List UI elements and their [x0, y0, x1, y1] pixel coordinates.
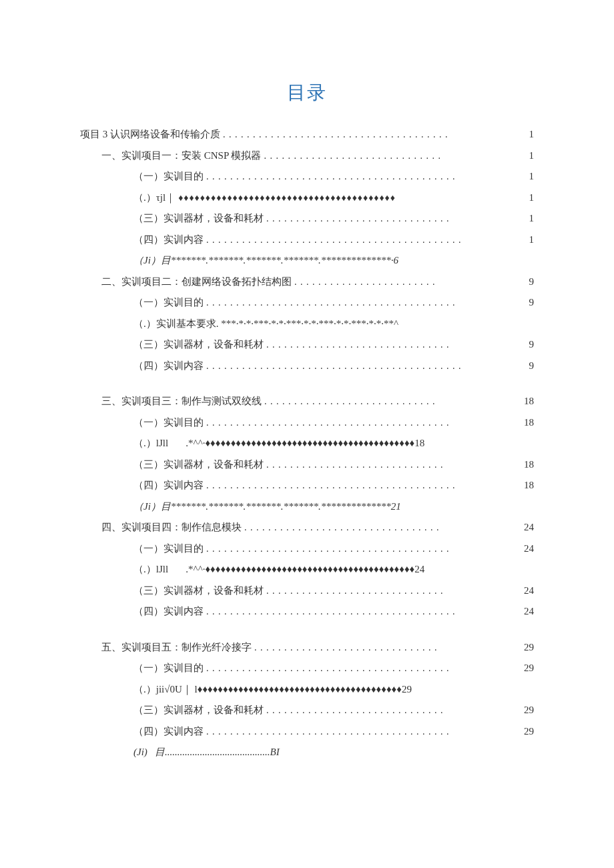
toc-entry-label: 项目 3 认识网络设备和传输介质	[80, 124, 220, 145]
toc-container: 项目 3 认识网络设备和传输介质. . . . . . . . . . . . …	[80, 124, 534, 763]
toc-entry-page: 9	[529, 272, 535, 293]
toc-entry: （一）实训目的. . . . . . . . . . . . . . . . .…	[133, 412, 534, 434]
toc-entry-label: （三）实训器材，设备和耗材	[133, 334, 264, 356]
toc-entry-leader: . . . . . . . . . . . . . . . . . . . . …	[206, 539, 521, 558]
toc-entry-leader: . . . . . . . . . . . . . . . . . . . . …	[223, 125, 527, 144]
toc-entry: （.）τjl｜♦♦♦♦♦♦♦♦♦♦♦♦♦♦♦♦♦♦♦♦♦♦♦♦♦♦♦♦♦♦♦♦♦…	[133, 187, 534, 209]
toc-entry-leader: . . . . . . . . . . . . . . . . . . . . …	[206, 356, 527, 376]
toc-entry-label: （一）实训目的	[133, 538, 204, 560]
toc-entry-label: （四）实训内容	[133, 230, 204, 251]
toc-entry-label: 四、实训项目四：制作信息模块	[101, 517, 242, 538]
toc-entry-label: （三）实训器材，设备和耗材	[133, 580, 264, 602]
toc-entry-leader: . . . . . . . . . . . . . . . . . . . . …	[206, 413, 521, 432]
toc-entry-leader: . . . . . . . . . . . . . . . . . . . . …	[206, 476, 521, 495]
toc-entry-leader: . . . . . . . . . . . . . . . . . . . . …	[206, 602, 521, 621]
toc-entry: （三）实训器材，设备和耗材. . . . . . . . . . . . . .…	[133, 454, 534, 476]
toc-entry-label: （一）实训目的	[133, 166, 204, 187]
toc-entry-page: 18	[524, 454, 534, 476]
toc-entry-page: 9	[529, 334, 535, 356]
toc-entry-page: 1	[529, 145, 535, 167]
toc-entry-raw: (Ji) 目..................................…	[133, 742, 280, 763]
toc-entry: （一）实训目的. . . . . . . . . . . . . . . . .…	[133, 538, 534, 560]
toc-entry-label: （三）实训器材，设备和耗材	[133, 454, 264, 476]
toc-entry: （.）lJll .*^^·♦♦♦♦♦♦♦♦♦♦♦♦♦♦♦♦♦♦♦♦♦♦♦♦♦♦♦…	[133, 433, 534, 454]
toc-entry: (Ji) 目..................................…	[133, 742, 534, 763]
toc-entry-label: （.）τjl｜	[133, 187, 176, 209]
toc-entry-page: 29	[524, 637, 534, 659]
toc-entry: （三）实训器材，设备和耗材. . . . . . . . . . . . . .…	[133, 700, 534, 721]
toc-entry-raw: （Ji）目*******.*******.*******.*******.***…	[133, 496, 401, 518]
toc-entry-leader: . . . . . . . . . . . . . . . . . . . . …	[206, 293, 527, 312]
toc-entry-leader: . . . . . . . . . . . . . . . . . . . . …	[244, 518, 521, 537]
toc-entry: 四、实训项目四：制作信息模块. . . . . . . . . . . . . …	[101, 517, 534, 538]
toc-entry-page: 9	[529, 356, 535, 377]
toc-entry-page: 24	[524, 601, 534, 622]
toc-entry-page: 9	[529, 292, 535, 314]
toc-entry: （Ji）目*******.*******.*******.*******.***…	[133, 250, 534, 272]
toc-entry-page: 29	[524, 700, 534, 721]
toc-entry-leader: . . . . . . . . . . . . . . . . . . . . …	[264, 392, 521, 411]
toc-entry-page: 29	[524, 658, 534, 679]
toc-entry-leader: . . . . . . . . . . . . . . . . . . . . …	[264, 146, 526, 165]
toc-entry-leader: . . . . . . . . . . . . . . . . . . . . …	[266, 335, 527, 354]
toc-entry: 五、实训项目五：制作光纤冷接字. . . . . . . . . . . . .…	[101, 637, 534, 659]
toc-entry-raw: （Ji）目*******.*******.*******.*******.***…	[133, 250, 398, 272]
toc-entry-label: （四）实训内容	[133, 601, 204, 622]
toc-entry-page: 18	[524, 391, 534, 412]
toc-entry-leader: . . . . . . . . . . . . . . . . . . . . …	[294, 272, 527, 292]
toc-entry: （四）实训内容. . . . . . . . . . . . . . . . .…	[133, 601, 534, 622]
toc-entry-label: 一、实训项目一：安装 CNSP 模拟器	[101, 145, 261, 167]
toc-entry: （四）实训内容. . . . . . . . . . . . . . . . .…	[133, 230, 534, 251]
toc-entry: （三）实训器材，设备和耗材. . . . . . . . . . . . . .…	[133, 208, 534, 230]
toc-entry-page: 1	[529, 124, 535, 145]
toc-entry-leader: . . . . . . . . . . . . . . . . . . . . …	[266, 701, 521, 720]
toc-entry-page: 24	[524, 517, 534, 538]
toc-entry: （三）实训器材，设备和耗材. . . . . . . . . . . . . .…	[133, 580, 534, 602]
toc-spacer	[80, 622, 534, 637]
toc-entry: （四）实训内容. . . . . . . . . . . . . . . . .…	[133, 475, 534, 496]
toc-entry-label: 二、实训项目二：创建网络设备拓扑结构图	[101, 272, 292, 293]
toc-entry-page: 24	[524, 538, 534, 560]
toc-entry-leader: . . . . . . . . . . . . . . . . . . . . …	[266, 455, 521, 474]
toc-entry-label: （四）实训内容	[133, 721, 204, 743]
toc-entry-page: 1	[529, 208, 535, 230]
toc-entry-page: 24	[524, 580, 534, 602]
toc-entry: （四）实训内容. . . . . . . . . . . . . . . . .…	[133, 356, 534, 377]
toc-entry-raw: （.）实训基本要求. ***·*·*·***·*·*·***·*·*·***·*…	[133, 314, 398, 335]
toc-entry: （.）实训基本要求. ***·*·*·***·*·*·***·*·*·***·*…	[133, 314, 534, 335]
toc-entry-label: 三、实训项目三：制作与测试双绞线	[101, 391, 262, 412]
toc-entry-label: （三）实训器材，设备和耗材	[133, 208, 264, 230]
toc-entry-label: （一）实训目的	[133, 292, 204, 314]
toc-entry: （三）实训器材，设备和耗材. . . . . . . . . . . . . .…	[133, 334, 534, 356]
toc-entry-label: （一）实训目的	[133, 658, 204, 679]
toc-entry-page: 1	[529, 166, 535, 187]
toc-entry-page: 1	[529, 187, 535, 209]
toc-entry-raw: （.）lJll .*^^·♦♦♦♦♦♦♦♦♦♦♦♦♦♦♦♦♦♦♦♦♦♦♦♦♦♦♦…	[133, 559, 424, 580]
toc-entry-raw: （.）lJll .*^^·♦♦♦♦♦♦♦♦♦♦♦♦♦♦♦♦♦♦♦♦♦♦♦♦♦♦♦…	[133, 433, 424, 454]
toc-spacer	[80, 376, 534, 391]
toc-entry-label: （四）实训内容	[133, 475, 204, 496]
toc-entry: 二、实训项目二：创建网络设备拓扑结构图. . . . . . . . . . .…	[101, 272, 534, 293]
toc-entry: （一）实训目的. . . . . . . . . . . . . . . . .…	[133, 658, 534, 679]
toc-entry-leader: ♦♦♦♦♦♦♦♦♦♦♦♦♦♦♦♦♦♦♦♦♦♦♦♦♦♦♦♦♦♦♦♦♦♦♦♦♦♦♦♦	[178, 188, 526, 207]
toc-entry: 一、实训项目一：安装 CNSP 模拟器. . . . . . . . . . .…	[101, 145, 534, 167]
toc-entry-label: （四）实训内容	[133, 356, 204, 377]
toc-entry: （一）实训目的. . . . . . . . . . . . . . . . .…	[133, 292, 534, 314]
toc-entry: （.）jii√0U｜ l♦♦♦♦♦♦♦♦♦♦♦♦♦♦♦♦♦♦♦♦♦♦♦♦♦♦♦♦…	[133, 679, 534, 701]
toc-entry: （Ji）目*******.*******.*******.*******.***…	[133, 496, 534, 518]
toc-entry: 三、实训项目三：制作与测试双绞线. . . . . . . . . . . . …	[101, 391, 534, 412]
toc-entry-raw: （.）jii√0U｜ l♦♦♦♦♦♦♦♦♦♦♦♦♦♦♦♦♦♦♦♦♦♦♦♦♦♦♦♦…	[133, 679, 412, 701]
toc-entry-leader: . . . . . . . . . . . . . . . . . . . . …	[206, 230, 527, 250]
toc-entry-leader: . . . . . . . . . . . . . . . . . . . . …	[206, 167, 527, 186]
toc-entry: （一）实训目的. . . . . . . . . . . . . . . . .…	[133, 166, 534, 187]
toc-entry-leader: . . . . . . . . . . . . . . . . . . . . …	[206, 659, 521, 678]
toc-entry-page: 29	[524, 721, 534, 743]
toc-entry-page: 18	[524, 475, 534, 496]
document-page: 目录 项目 3 认识网络设备和传输介质. . . . . . . . . . .…	[0, 0, 614, 868]
toc-entry-page: 18	[524, 412, 534, 434]
toc-entry-label: （三）实训器材，设备和耗材	[133, 700, 264, 721]
toc-entry: （四）实训内容. . . . . . . . . . . . . . . . .…	[133, 721, 534, 743]
toc-entry-leader: . . . . . . . . . . . . . . . . . . . . …	[206, 722, 521, 741]
toc-entry-leader: . . . . . . . . . . . . . . . . . . . . …	[266, 209, 527, 228]
toc-title: 目录	[80, 80, 534, 105]
